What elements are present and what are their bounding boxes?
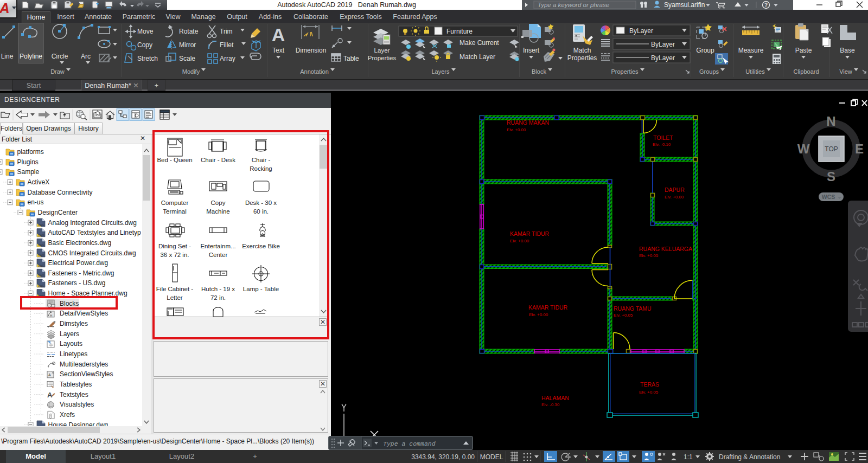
svg-text:Stretch: Stretch: [137, 55, 158, 62]
svg-text:Match Layer: Match Layer: [459, 53, 495, 61]
svg-text:KAMAR TIDUR: KAMAR TIDUR: [510, 230, 550, 237]
svg-text:ByLayer: ByLayer: [651, 54, 675, 62]
svg-text:A: A: [272, 24, 285, 45]
svg-text:A: A: [48, 373, 51, 377]
svg-text:Dimension: Dimension: [296, 47, 327, 54]
svg-text:TERAS: TERAS: [640, 381, 659, 388]
svg-text:CMOS Integrated Circuits.dwg: CMOS Integrated Circuits.dwg: [48, 249, 136, 257]
svg-text:Fillet: Fillet: [220, 41, 234, 49]
svg-text:MODEL: MODEL: [480, 453, 503, 461]
svg-text:Move: Move: [137, 28, 154, 35]
svg-text:Rotate: Rotate: [179, 28, 199, 35]
svg-text:Elv. +0.00: Elv. +0.00: [507, 127, 526, 132]
svg-text:Table: Table: [343, 55, 359, 62]
svg-text:RUANG MAKAN: RUANG MAKAN: [507, 119, 549, 126]
svg-text:KAMAR TIDUR: KAMAR TIDUR: [528, 304, 568, 311]
svg-text:Group: Group: [696, 47, 714, 54]
svg-text:Scale: Scale: [179, 55, 195, 62]
svg-text:3343.94, 320.19, 0.00: 3343.94, 320.19, 0.00: [411, 453, 475, 461]
svg-text:1:1: 1:1: [684, 453, 693, 461]
svg-text:Elv. +0.05: Elv. +0.05: [614, 313, 633, 318]
svg-text:Drafting & Annotation: Drafting & Annotation: [719, 453, 780, 461]
svg-text:Syamsul.arifin: Syamsul.arifin: [664, 1, 705, 9]
svg-text:en-us: en-us: [28, 198, 44, 206]
svg-text:Plugins: Plugins: [17, 158, 39, 166]
svg-text:Fasteners - Metric.dwg: Fasteners - Metric.dwg: [48, 269, 114, 277]
svg-text:?: ?: [764, 2, 768, 8]
svg-text:DWG: DWG: [38, 254, 44, 257]
svg-text:Type a keyword or phrase: Type a keyword or phrase: [538, 2, 609, 8]
svg-text:H: H: [50, 314, 52, 317]
svg-text:A: A: [0, 0, 10, 16]
svg-text:Elv. -0.30: Elv. -0.30: [541, 402, 560, 407]
svg-text:Electrical Power.dwg: Electrical Power.dwg: [48, 259, 108, 267]
svg-text:Properties: Properties: [567, 54, 597, 62]
svg-text:Circle: Circle: [52, 53, 68, 60]
svg-text:Analog Integrated Circuits.dwg: Analog Integrated Circuits.dwg: [48, 219, 137, 227]
svg-text:Text: Text: [272, 47, 285, 54]
svg-text:DWG: DWG: [38, 234, 44, 237]
svg-text:DAPUR: DAPUR: [665, 187, 685, 193]
svg-text:ByLayer: ByLayer: [629, 27, 653, 35]
svg-text:Linetypes: Linetypes: [60, 350, 87, 358]
svg-text:Database Connectivity: Database Connectivity: [28, 189, 93, 196]
svg-text:A: A: [47, 391, 53, 399]
svg-text:Elv. +0.00: Elv. +0.00: [529, 312, 548, 317]
svg-text:Base: Base: [840, 47, 855, 54]
svg-text:Multileaderstyles: Multileaderstyles: [60, 361, 108, 368]
svg-text:W: W: [797, 142, 810, 156]
svg-text:SectionViewStyles: SectionViewStyles: [60, 370, 113, 378]
svg-text:Tablestyles: Tablestyles: [60, 381, 92, 388]
svg-text:Copy: Copy: [137, 41, 152, 49]
svg-text:N: N: [826, 114, 835, 128]
svg-text:DWG: DWG: [38, 224, 44, 227]
svg-text:TOP: TOP: [825, 145, 838, 153]
svg-text:Array: Array: [220, 55, 235, 62]
svg-text:Elv. +0.05: Elv. +0.05: [639, 390, 659, 395]
svg-text:platforms: platforms: [17, 148, 44, 156]
svg-text:DWG: DWG: [38, 285, 44, 287]
svg-text:Xrefs: Xrefs: [60, 411, 75, 419]
svg-text:Dimstyles: Dimstyles: [60, 320, 88, 327]
svg-text:RUANG TAMU: RUANG TAMU: [614, 305, 652, 312]
svg-text:DesignCenter: DesignCenter: [38, 209, 78, 216]
svg-text:Elv. +0.00: Elv. +0.00: [665, 195, 684, 200]
svg-text:DWG: DWG: [38, 274, 44, 277]
svg-text:Type a command: Type a command: [383, 440, 436, 447]
svg-text:Layer: Layer: [374, 47, 390, 54]
svg-text:House Designer.dwg: House Designer.dwg: [48, 421, 108, 426]
svg-text:DWG: DWG: [38, 244, 44, 247]
svg-text:Arc: Arc: [81, 53, 91, 60]
svg-text:DetailViewStyles: DetailViewStyles: [60, 310, 108, 317]
svg-text:DWG: DWG: [38, 265, 44, 267]
svg-text:E: E: [855, 142, 864, 156]
svg-text:ActiveX: ActiveX: [28, 178, 50, 186]
svg-text:Fasteners - US.dwg: Fasteners - US.dwg: [48, 279, 106, 287]
svg-text:Trim: Trim: [220, 28, 233, 35]
svg-text:Visualstyles: Visualstyles: [60, 401, 94, 408]
svg-text:Measure: Measure: [738, 47, 764, 54]
svg-text:AutoCAD Textstyles and Linetyp: AutoCAD Textstyles and Linetyp: [48, 229, 142, 236]
svg-text:S: S: [827, 169, 835, 184]
svg-text:Furniture: Furniture: [446, 28, 473, 35]
svg-text:ByLayer: ByLayer: [651, 41, 675, 48]
svg-text:Sample: Sample: [17, 168, 40, 176]
svg-text:WCS: WCS: [822, 194, 835, 200]
svg-text:Elv. +0.00: Elv. +0.00: [510, 239, 529, 243]
svg-text:Elv. -0.10: Elv. -0.10: [653, 142, 671, 147]
svg-text:Properties: Properties: [368, 55, 397, 61]
svg-text:TOILET: TOILET: [653, 134, 673, 141]
svg-text:Textstyles: Textstyles: [60, 391, 88, 398]
svg-text:Insert: Insert: [523, 47, 540, 54]
svg-text:Make Current: Make Current: [459, 39, 499, 47]
svg-text:Paste: Paste: [795, 47, 812, 54]
svg-text:Layers: Layers: [60, 330, 79, 338]
svg-text:Match: Match: [573, 47, 591, 54]
svg-text:Line: Line: [1, 53, 14, 60]
svg-text:Basic Electronics.dwg: Basic Electronics.dwg: [48, 239, 112, 247]
svg-text:Layouts: Layouts: [60, 340, 82, 348]
svg-text:Mirror: Mirror: [179, 41, 196, 49]
svg-text:RUANG KELUARGA: RUANG KELUARGA: [639, 246, 692, 252]
svg-text:Polyline: Polyline: [20, 53, 42, 60]
svg-text:Elv. +0.05: Elv. +0.05: [639, 253, 659, 258]
